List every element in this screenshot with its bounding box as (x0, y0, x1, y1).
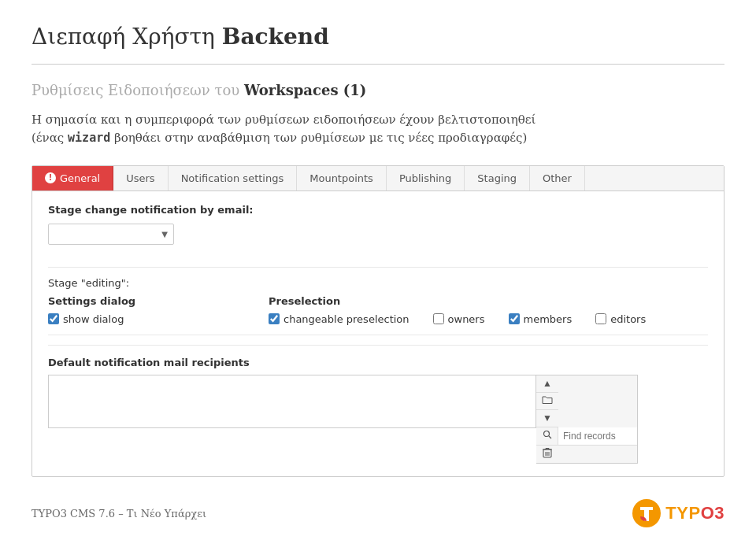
move-up-button[interactable]: ▲ (536, 375, 558, 393)
members-label: members (524, 313, 573, 325)
stage-editing-label: Stage "editing": (48, 277, 708, 289)
up-arrow-icon: ▲ (543, 378, 552, 389)
delete-button[interactable] (536, 446, 558, 463)
folder-icon (542, 395, 553, 407)
tab-panel: ! General Users Notification settings Mo… (32, 165, 724, 477)
changeable-preselection-checkbox[interactable] (269, 313, 280, 324)
recipients-textarea[interactable] (48, 375, 536, 428)
move-down-button[interactable]: ▼ (536, 410, 558, 427)
stage-change-label: Stage change notification by email: (48, 204, 708, 216)
footer-text: TYPO3 CMS 7.6 – Τι Νέο Υπάρχει (32, 508, 206, 520)
typo3-wordmark: TYPO3 (665, 503, 724, 523)
page-title: Διεπαφή Χρήστη Backend (32, 24, 724, 50)
section-divider-1 (48, 267, 708, 268)
changeable-preselection-label: changeable preselection (284, 313, 410, 325)
alert-icon: ! (45, 172, 56, 183)
owners-checkbox[interactable] (433, 313, 444, 324)
tab-other[interactable]: Other (530, 166, 585, 190)
show-dialog-label: show dialog (63, 313, 124, 325)
show-dialog-checkbox-item: show dialog (48, 313, 269, 325)
tab-publishing[interactable]: Publishing (387, 166, 465, 190)
folder-button[interactable] (536, 393, 558, 410)
find-records-input[interactable] (558, 427, 637, 445)
owners-item: owners (433, 313, 485, 325)
search-button[interactable] (536, 427, 558, 445)
settings-dialog-label: Settings dialog (48, 295, 269, 307)
down-arrow-icon: ▼ (543, 412, 552, 423)
svg-line-1 (549, 436, 551, 438)
preselection-col: Preselection changeable preselection own… (269, 295, 708, 325)
changeable-preselection-item: changeable preselection (269, 313, 410, 325)
description: Η σημασία και η συμπεριφορά των ρυθμίσεω… (32, 111, 724, 148)
members-checkbox[interactable] (509, 313, 520, 324)
toolbar-arrows: ▲ ▼ (536, 375, 637, 427)
svg-point-0 (543, 431, 549, 437)
typo3-icon (632, 499, 661, 527)
owners-label: owners (448, 313, 485, 325)
trash-icon (543, 447, 552, 460)
preselection-label: Preselection (269, 295, 708, 307)
notification-section: Default notification mail recipients ▲ (48, 345, 708, 464)
records-area: ▲ ▼ (48, 375, 708, 464)
tab-bar: ! General Users Notification settings Mo… (32, 166, 724, 191)
tab-general[interactable]: ! General (32, 166, 113, 190)
settings-preselection-row: Settings dialog show dialog Preselection… (48, 295, 708, 325)
search-icon (543, 430, 552, 442)
records-toolbar: ▲ ▼ (536, 375, 638, 464)
email-select[interactable] (48, 224, 174, 245)
show-dialog-checkbox[interactable] (48, 313, 59, 324)
section-divider-2 (48, 335, 708, 335)
settings-dialog-col: Settings dialog show dialog (48, 295, 269, 325)
tab-content-general: Stage change notification by email: ▼ St… (32, 191, 724, 476)
preselection-checkboxes: changeable preselection owners members (269, 313, 708, 325)
page-footer: TYPO3 CMS 7.6 – Τι Νέο Υπάρχει TYPO3 (32, 499, 724, 527)
editors-label: editors (610, 313, 646, 325)
email-select-wrapper: ▼ (48, 224, 174, 245)
header-divider (32, 64, 724, 65)
typo3-logo: TYPO3 (632, 499, 724, 527)
search-area (536, 427, 637, 446)
tab-mountpoints[interactable]: Mountpoints (297, 166, 387, 190)
tab-users[interactable]: Users (113, 166, 168, 190)
notification-mail-label: Default notification mail recipients (48, 357, 708, 368)
editors-checkbox[interactable] (595, 313, 606, 324)
subtitle: Ρυθμίσεις Ειδοποιήσεων του Workspaces (1… (32, 82, 724, 98)
editors-item: editors (595, 313, 646, 325)
tab-staging[interactable]: Staging (465, 166, 530, 190)
tab-notification-settings[interactable]: Notification settings (169, 166, 298, 190)
members-item: members (509, 313, 573, 325)
